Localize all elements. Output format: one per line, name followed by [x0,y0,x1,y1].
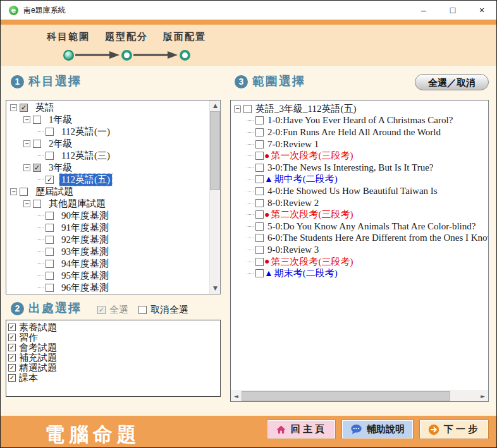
tree-item-checkbox[interactable] [255,234,264,242]
tree-row[interactable]: −歷屆試題 [10,186,209,198]
tree-row[interactable]: ▲期末考(二段考) [234,267,488,279]
tree-item-label[interactable]: 英語 [34,102,56,114]
tree-item-label[interactable]: 4-0:He Showed Us How Beautiful Taiwan Is [266,186,439,197]
tree-item-checkbox[interactable] [46,212,54,220]
help-button[interactable]: 輔助說明 [342,420,413,439]
source-list-item[interactable]: ✓精選試題 [8,363,220,373]
tree-item-label[interactable]: 8-0:Review 2 [266,198,321,209]
tree-item-label[interactable]: 95年度基測 [59,270,111,282]
tree-item-checkbox[interactable] [46,224,54,232]
tree-item-checkbox[interactable] [20,188,28,196]
tree-item-checkbox[interactable]: ✓ [20,104,28,112]
maximize-button[interactable]: □ [438,1,467,20]
tree-item-checkbox[interactable] [33,140,41,148]
tree-row[interactable]: −✓3年級 [10,162,209,174]
tree-row[interactable]: 2-0:Fun Runs Are Held All Around the Wor… [234,126,488,138]
tree-item-label[interactable]: 91年度基測 [59,222,111,234]
source-item-checkbox[interactable]: ✓ [8,334,16,341]
tree-item-checkbox[interactable] [255,140,264,148]
expander-minus-icon[interactable]: − [10,104,17,111]
deselect-all-control[interactable]: 取消全選 [138,304,188,316]
tree-item-label[interactable]: 112英語(三) [59,150,112,162]
tree-item-checkbox[interactable]: ✓ [46,176,54,184]
tree-item-checkbox[interactable] [255,164,264,172]
tree-item-label[interactable]: 7-0:Review 1 [266,139,321,150]
tree-item-label[interactable]: 第一次段考(三段考) [271,150,353,162]
tree-item-label[interactable]: 期末考(二段考) [274,267,338,279]
tree-item-checkbox[interactable] [255,210,264,219]
tree-row[interactable]: 9-0:Review 3 [234,244,488,256]
scrollbar-thumb[interactable] [210,111,220,190]
tree-item-checkbox[interactable] [255,258,264,266]
tree-item-checkbox[interactable] [33,200,41,208]
expander-minus-icon[interactable]: − [234,106,241,112]
source-list-item[interactable]: ✓課本 [8,373,220,383]
tree-item-label[interactable]: 93年度基測 [59,246,111,258]
tree-item-label[interactable]: 2-0:Fun Runs Are Held All Around the Wor… [266,127,443,138]
range-tree-horizontal-scrollbar[interactable]: ◄ ► [231,390,488,401]
expander-minus-icon[interactable]: − [23,200,30,207]
tree-item-label[interactable]: 94年度基測 [59,258,111,270]
source-item-checkbox[interactable]: ✓ [8,324,16,331]
tree-row[interactable]: −英語_3年級_112英語(五) [234,103,488,115]
tree-row[interactable]: 94年度基測 [10,258,209,270]
tree-item-label[interactable]: 第二次段考(三段考) [271,209,353,221]
select-all-control[interactable]: ✓ 全選 [97,304,128,316]
tree-item-checkbox[interactable] [255,269,264,277]
expander-minus-icon[interactable]: − [23,140,30,147]
tree-item-label[interactable]: 97年度基測 [59,294,111,294]
tree-item-checkbox[interactable] [46,152,54,160]
tree-row[interactable]: 96年度基測 [10,282,209,294]
source-item-checkbox[interactable]: ✓ [8,374,16,382]
tree-row[interactable]: 7-0:Review 1 [234,138,488,150]
scroll-left-icon[interactable]: ◄ [231,391,242,402]
tree-item-label[interactable]: 期中考(二段考) [274,173,338,185]
close-button[interactable]: × [467,1,496,20]
scrollbar-thumb[interactable] [242,391,450,401]
tree-row[interactable]: 4-0:He Showed Us How Beautiful Taiwan Is [234,185,488,197]
scroll-up-icon[interactable]: ▲ [210,100,221,111]
tree-row[interactable]: 3-0:The News Is Interesting, But Is It T… [234,162,488,174]
tree-item-checkbox[interactable] [46,236,54,244]
tree-item-label[interactable]: 英語_3年級_112英語(五) [254,103,358,115]
tree-item-checkbox[interactable] [255,116,264,124]
tree-row[interactable]: −其他題庫試題 [10,198,209,210]
select-all-checkbox[interactable]: ✓ [97,306,106,314]
tree-row[interactable]: ●第二次段考(三段考) [234,209,488,221]
tree-row[interactable]: −2年級 [10,138,209,150]
tree-item-label[interactable]: 3-0:The News Is Interesting, But Is It T… [266,162,435,173]
scroll-down-icon[interactable]: ▼ [210,283,221,294]
source-item-checkbox[interactable]: ✓ [8,344,16,351]
tree-row[interactable]: −1年級 [10,114,209,126]
deselect-all-checkbox[interactable] [138,306,147,314]
tree-item-label[interactable]: 1年級 [47,114,75,126]
tree-row[interactable]: 5-0:Do You Know Any Animals That Are Col… [234,221,488,233]
tree-item-label[interactable]: 96年度基測 [59,282,111,294]
tree-row[interactable]: 112英語(一) [10,126,209,138]
tree-item-checkbox[interactable] [255,128,264,136]
tree-item-label[interactable]: 9-0:Review 3 [266,245,321,255]
home-button[interactable]: 回主頁 [267,420,335,439]
select-toggle-button[interactable]: 全選／取消 [415,74,489,90]
tree-item-label[interactable]: 其他題庫試題 [47,198,107,210]
tree-row[interactable]: 93年度基測 [10,246,209,258]
tree-item-checkbox[interactable] [46,284,54,292]
tree-item-checkbox[interactable] [243,105,252,113]
tree-row[interactable]: 6-0:The Students Here Are Different from… [234,233,488,245]
tree-row[interactable]: ✓112英語(五) [10,174,209,186]
tree-item-label[interactable]: 112英語(一) [59,126,112,138]
tree-item-label[interactable]: 6-0:The Students Here Are Different from… [266,233,489,243]
tree-row[interactable]: 1-0:Have You Ever Heard of A Christmas C… [234,115,488,127]
tree-row[interactable]: 95年度基測 [10,270,209,282]
tree-item-checkbox[interactable] [46,248,54,256]
tree-row[interactable]: 112英語(三) [10,150,209,162]
minimize-button[interactable]: – [409,1,438,20]
tree-item-label[interactable]: 92年度基測 [59,234,111,246]
tree-item-checkbox[interactable] [255,152,264,160]
expander-minus-icon[interactable]: − [23,164,30,171]
tree-row[interactable]: 97年度基測 [10,294,209,294]
subject-tree-vertical-scrollbar[interactable]: ▲ ▼ [209,100,220,294]
tree-item-checkbox[interactable] [255,246,264,254]
tree-row[interactable]: −✓英語 [10,102,209,114]
tree-item-label[interactable]: 112英語(五) [59,174,112,186]
